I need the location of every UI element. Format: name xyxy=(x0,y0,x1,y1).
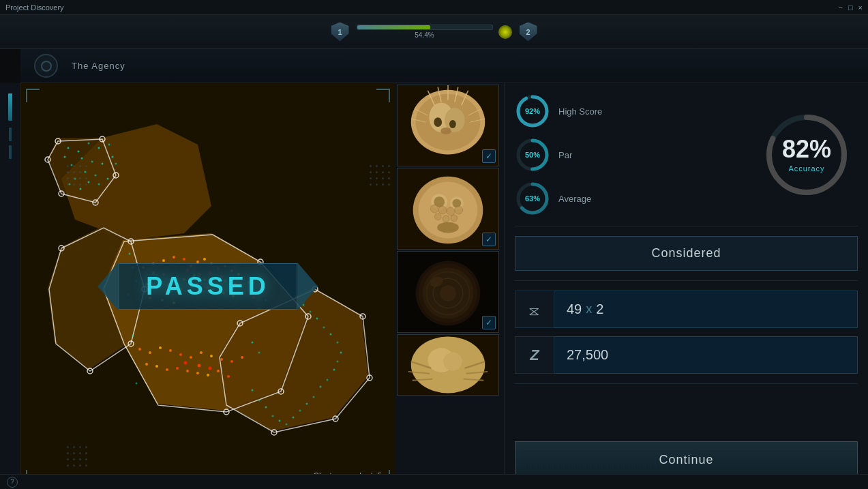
image-thumb-2[interactable]: ✓ xyxy=(397,168,499,250)
grid-dots-3 xyxy=(370,165,392,188)
svg-point-103 xyxy=(220,358,223,361)
svg-point-189 xyxy=(440,285,456,301)
svg-point-144 xyxy=(340,352,342,354)
svg-point-118 xyxy=(129,253,131,255)
shield-icon-1: 1 xyxy=(331,23,349,42)
topbar: 1 54.4% 2 xyxy=(0,15,868,49)
svg-point-42 xyxy=(64,156,66,158)
svg-point-105 xyxy=(241,356,243,359)
image-thumb-3[interactable]: ✓ xyxy=(397,251,499,333)
svg-point-143 xyxy=(337,361,339,363)
svg-point-104 xyxy=(230,360,233,363)
isk-value-box: 27,500 xyxy=(554,336,858,374)
help-button[interactable]: ? xyxy=(7,477,18,488)
close-button[interactable]: × xyxy=(858,3,863,12)
svg-point-49 xyxy=(80,188,82,190)
passed-text: PASSED xyxy=(146,272,269,301)
svg-point-140 xyxy=(320,386,322,388)
svg-point-35 xyxy=(108,144,110,146)
checkmark-1: ✓ xyxy=(482,149,496,163)
considered-text: Considered xyxy=(651,246,721,260)
svg-point-112 xyxy=(207,374,209,376)
svg-point-116 xyxy=(198,364,201,368)
gauges-col: 92% High Score 50% Par xyxy=(515,93,602,216)
level2-shield: 2 xyxy=(518,21,539,43)
nav-decoration-1 xyxy=(8,93,12,121)
high-score-value: 92% xyxy=(525,107,540,115)
svg-point-106 xyxy=(145,363,148,366)
bottom-bar: ? xyxy=(0,474,868,489)
svg-point-176 xyxy=(438,206,447,214)
nav-decoration-2 xyxy=(9,128,12,141)
canvas-wrapper: PASSED Clusters marked: 5 xyxy=(20,83,395,489)
isk-icon: Z xyxy=(530,346,539,364)
maximize-button[interactable]: □ xyxy=(848,3,853,12)
par-label: Par xyxy=(558,150,572,160)
svg-point-177 xyxy=(447,207,455,216)
grid-dots-1 xyxy=(67,165,89,188)
svg-point-95 xyxy=(138,348,141,351)
svg-point-181 xyxy=(451,215,458,222)
high-score-label: High Score xyxy=(558,106,602,117)
isk-reward-row: Z 27,500 xyxy=(515,336,858,374)
svg-point-34 xyxy=(98,147,100,149)
average-gauge: 63% xyxy=(515,181,550,216)
svg-point-129 xyxy=(258,352,260,354)
svg-point-101 xyxy=(200,351,203,354)
canvas-area: PASSED Clusters marked: 5 xyxy=(20,83,395,489)
image-thumb-1[interactable]: ✓ xyxy=(397,85,499,166)
divider-2 xyxy=(515,280,858,281)
svg-point-107 xyxy=(155,365,158,368)
image-strip: ✓ xyxy=(395,83,505,489)
svg-point-97 xyxy=(159,346,162,349)
divider-1 xyxy=(515,226,858,226)
svg-point-110 xyxy=(186,370,189,372)
svg-point-32 xyxy=(78,151,80,153)
svg-point-128 xyxy=(252,342,254,344)
svg-point-132 xyxy=(265,406,267,409)
average-row: 63% Average xyxy=(515,181,602,216)
svg-point-141 xyxy=(327,379,329,381)
window-controls[interactable]: − □ × xyxy=(838,3,863,12)
svg-point-142 xyxy=(333,369,335,371)
average-label: Average xyxy=(558,194,591,204)
shield-icon-2: 2 xyxy=(520,23,537,42)
progress-icon xyxy=(498,25,512,39)
high-score-gauge: 92% xyxy=(515,93,550,129)
svg-point-146 xyxy=(330,334,332,336)
nav-decoration-3 xyxy=(9,145,12,159)
minimize-button[interactable]: − xyxy=(838,3,842,12)
svg-point-38 xyxy=(102,163,104,165)
top-info-bar: The Agency xyxy=(20,49,868,83)
svg-point-133 xyxy=(272,415,274,417)
isk-amount: 27,500 xyxy=(567,347,608,363)
checkmark-3: ✓ xyxy=(482,316,496,329)
svg-point-167 xyxy=(440,128,451,134)
left-nav xyxy=(0,83,20,489)
svg-point-180 xyxy=(443,216,449,222)
stats-panel: 92% High Score 50% Par xyxy=(505,83,868,489)
svg-point-115 xyxy=(184,361,188,365)
svg-point-137 xyxy=(299,410,301,412)
svg-point-139 xyxy=(313,396,315,398)
svg-point-126 xyxy=(132,335,134,337)
svg-point-45 xyxy=(98,183,100,186)
agency-name: The Agency xyxy=(72,61,125,71)
svg-point-108 xyxy=(166,368,168,371)
svg-point-179 xyxy=(434,213,441,220)
image-thumb-4[interactable] xyxy=(397,334,499,396)
titlebar: Project Discovery − □ × xyxy=(0,0,868,15)
continue-button[interactable]: Continue xyxy=(515,441,858,479)
dna-icon-box: ⧖ xyxy=(515,291,554,328)
svg-point-175 xyxy=(430,205,438,213)
svg-point-194 xyxy=(443,352,462,371)
svg-point-58 xyxy=(203,258,206,261)
svg-point-53 xyxy=(162,259,165,262)
progress-bar-section: 54.4% xyxy=(357,25,493,39)
right-panel-area: ✓ xyxy=(395,83,868,489)
svg-point-135 xyxy=(286,424,288,426)
gauges-row: 92% High Score 50% Par xyxy=(515,93,858,216)
checkmark-2: ✓ xyxy=(482,233,496,246)
svg-point-37 xyxy=(91,161,93,163)
svg-point-31 xyxy=(68,147,70,149)
